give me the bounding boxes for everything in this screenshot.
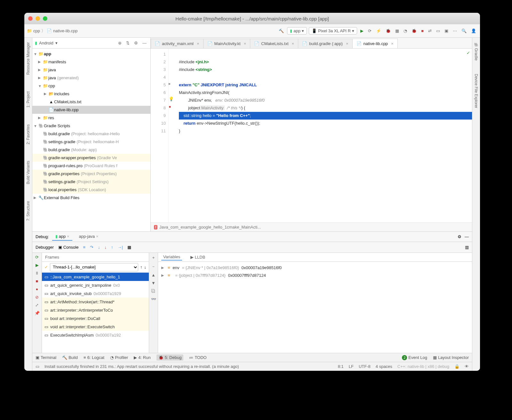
chevron-down-icon[interactable]: ▾ bbox=[55, 41, 58, 45]
lock-icon[interactable]: 🔒 bbox=[454, 364, 460, 369]
collapse-icon[interactable]: — bbox=[141, 40, 148, 46]
breakpoints-icon[interactable]: ● bbox=[36, 287, 38, 292]
resource-manager-tab[interactable]: Resource Manager bbox=[25, 40, 31, 77]
glasses-icon[interactable]: 👓 bbox=[151, 297, 156, 301]
tree-item[interactable]: ▶📁manifests bbox=[32, 58, 150, 66]
tree-item[interactable]: 🐘gradle.properties(Project Properties) bbox=[32, 170, 150, 178]
app-root[interactable]: ▼📁app bbox=[32, 50, 150, 58]
todo-tab[interactable]: ≔ TODO bbox=[189, 355, 206, 360]
tree-item[interactable]: 🐘settings.gradle(Project Settings) bbox=[32, 178, 150, 186]
sync-icon[interactable]: ⇄ bbox=[427, 27, 433, 34]
member-breadcrumb[interactable]: f Java_com_example_google_hello_1cmake_M… bbox=[151, 222, 472, 231]
external-build-files[interactable]: ▶🔧External Build Files bbox=[32, 194, 150, 202]
run-tab[interactable]: ▶ 4: Run bbox=[134, 355, 150, 360]
status-icon[interactable]: ▭ bbox=[36, 364, 39, 369]
next-frame-icon[interactable]: ↓ bbox=[144, 265, 147, 269]
remove-watch-icon[interactable]: － bbox=[151, 264, 156, 269]
minimize-window[interactable] bbox=[36, 16, 40, 21]
module-selector[interactable]: ▮ app ▾ bbox=[287, 27, 307, 35]
debug-tab-app-java[interactable]: app-java × bbox=[76, 233, 101, 241]
tree-item[interactable]: 🐘proguard-rules.pro(ProGuard Rules f bbox=[32, 162, 150, 170]
up-icon[interactable]: ▲ bbox=[151, 273, 156, 277]
stack-frame[interactable]: ▭bool art::interpreter::DoCall bbox=[42, 314, 149, 323]
more-icon[interactable]: ⋯ bbox=[452, 27, 458, 34]
copy-icon[interactable]: ⿻ bbox=[151, 289, 156, 293]
tree-item[interactable]: ▶📁res bbox=[32, 114, 150, 122]
indent-setting[interactable]: 4 spaces bbox=[376, 364, 392, 369]
stack-frame[interactable]: ▭art_quick_generic_jni_trampoline0x0 bbox=[42, 281, 149, 289]
terminal-tab[interactable]: ▣ Terminal bbox=[36, 355, 56, 360]
down-icon[interactable]: ▼ bbox=[151, 281, 156, 285]
gradle-scripts[interactable]: ▼🐘Gradle Scripts bbox=[32, 122, 150, 130]
variables-tab[interactable]: Variables bbox=[161, 254, 182, 261]
device-selector[interactable]: 📱 Pixel 3a XL API R ▾ bbox=[309, 27, 357, 35]
profiler-tab[interactable]: ◔ Profiler bbox=[110, 355, 128, 360]
step-into-icon[interactable]: ↓ bbox=[98, 245, 100, 250]
target-icon[interactable]: ⊕ bbox=[117, 40, 123, 46]
tree-item[interactable]: ▲CMakeLists.txt bbox=[32, 98, 150, 106]
mute-breakpoints-icon[interactable]: ⊘ bbox=[35, 295, 39, 299]
favorites-tab[interactable]: 2: Favorites bbox=[25, 122, 31, 146]
zoom-window[interactable] bbox=[43, 16, 47, 21]
gradle-tab[interactable]: 🐘 Gradle bbox=[473, 40, 479, 62]
editor-tab[interactable]: 📄build.gradle (:app)× bbox=[298, 39, 352, 48]
tree-item[interactable]: ▶📂includes bbox=[32, 90, 150, 98]
hammer-icon[interactable]: 🔨 bbox=[277, 27, 285, 34]
stack-frame[interactable]: ▭art::interpreter::ArtInterpreterToCo bbox=[42, 306, 149, 314]
cursor-position[interactable]: 8:1 bbox=[338, 364, 344, 369]
tree-item[interactable]: 📄native-lib.cpp bbox=[32, 106, 150, 114]
debug-tab[interactable]: 🐞 5: Debug bbox=[156, 354, 184, 361]
code-editor[interactable]: 1234567891011 ▸ 💡 ● #include <jni.h> #in… bbox=[151, 49, 472, 222]
build-context[interactable]: C++: native-lib | x86 | debug bbox=[397, 364, 449, 369]
event-log-tab[interactable]: 2 Event Log bbox=[402, 355, 427, 360]
tree-item[interactable]: 🐘gradle-wrapper.properties(Gradle Ve bbox=[32, 154, 150, 162]
code-content[interactable]: #include <jni.h> #include <string> exter… bbox=[176, 49, 472, 222]
tree-item[interactable]: 🐘build.gradle(Module: app) bbox=[32, 146, 150, 154]
inspector-icon[interactable]: 👁 bbox=[465, 364, 469, 369]
stop-icon[interactable]: ■ bbox=[36, 279, 38, 284]
project-view-label[interactable]: Android bbox=[39, 41, 53, 45]
avd-icon[interactable]: ▭ bbox=[435, 27, 441, 34]
gear-icon[interactable]: ⚙ bbox=[458, 234, 461, 239]
console-tab[interactable]: ▣ Console bbox=[58, 245, 78, 250]
stop-icon[interactable]: ■ bbox=[420, 27, 425, 34]
stack-frame[interactable]: ▭ExecuteSwitchImplAsm0x00007a192 bbox=[42, 331, 149, 339]
close-window[interactable] bbox=[28, 16, 33, 21]
device-file-explorer-tab[interactable]: Device File Explorer bbox=[473, 72, 479, 110]
pause-icon[interactable]: ⏸ bbox=[35, 271, 39, 276]
editor-tab[interactable]: 📄activity_main.xml× bbox=[151, 39, 204, 48]
profiler-icon[interactable]: ◔ bbox=[402, 27, 408, 34]
thread-selector[interactable]: Thread-1-[...llo_cmake] bbox=[50, 263, 138, 271]
logcat-tab[interactable]: ≡ 6: Logcat bbox=[84, 355, 104, 360]
variable-row[interactable]: ▶≡ = {jobject | 0x7fff97d87124} 0x00007f… bbox=[161, 271, 469, 279]
stack-frame[interactable]: ▭void art::interpreter::ExecuteSwitch bbox=[42, 323, 149, 331]
build-tab[interactable]: 🔨 Build bbox=[62, 355, 78, 360]
apply-changes-icon[interactable]: ⟳ bbox=[367, 27, 373, 34]
settings-icon[interactable]: ⤢ bbox=[35, 303, 39, 307]
line-ending[interactable]: LF bbox=[349, 364, 354, 369]
tree-item[interactable]: ▶📁java bbox=[32, 66, 150, 74]
search-icon[interactable]: 🔍 bbox=[460, 27, 468, 34]
project-tab[interactable]: 1: Project bbox=[25, 89, 31, 110]
tree-item[interactable]: 🐘build.gradle(Project: hellocmake-Hello bbox=[32, 130, 150, 138]
coverage-icon[interactable]: ▦ bbox=[394, 27, 400, 34]
tree-item[interactable]: 🐘settings.gradle(Project: hellocmake-H bbox=[32, 138, 150, 146]
lldb-tab[interactable]: ▶ LLDB bbox=[188, 254, 207, 260]
tree-item[interactable]: ▼📁cpp bbox=[32, 82, 150, 90]
editor-tab[interactable]: 📄native-lib.cpp× bbox=[352, 39, 398, 48]
rerun-icon[interactable]: ⟳ bbox=[35, 255, 39, 260]
apply-code-icon[interactable]: ⚡ bbox=[375, 27, 382, 34]
prev-frame-icon[interactable]: ↑ bbox=[140, 265, 142, 269]
resume-icon[interactable]: ▶ bbox=[36, 263, 39, 268]
sdk-icon[interactable]: ▣ bbox=[443, 27, 450, 34]
run-icon[interactable]: ▶ bbox=[359, 27, 365, 34]
debug-tab-app[interactable]: ▮ app × bbox=[52, 233, 73, 241]
force-step-into-icon[interactable]: ↓ bbox=[105, 245, 107, 250]
step-out-icon[interactable]: ↑ bbox=[111, 245, 113, 250]
filter-icon[interactable]: ⇅ bbox=[125, 40, 131, 46]
editor-tab[interactable]: 📄CMakeLists.txt× bbox=[250, 39, 298, 48]
structure-tab[interactable]: 7: Structure bbox=[25, 199, 31, 223]
evaluate-icon[interactable]: ▦ bbox=[127, 245, 131, 250]
tree-item[interactable]: 🐘local.properties(SDK Location) bbox=[32, 186, 150, 194]
stack-frame[interactable]: ▭::Java_com_example_google_hello_1 bbox=[42, 273, 149, 281]
